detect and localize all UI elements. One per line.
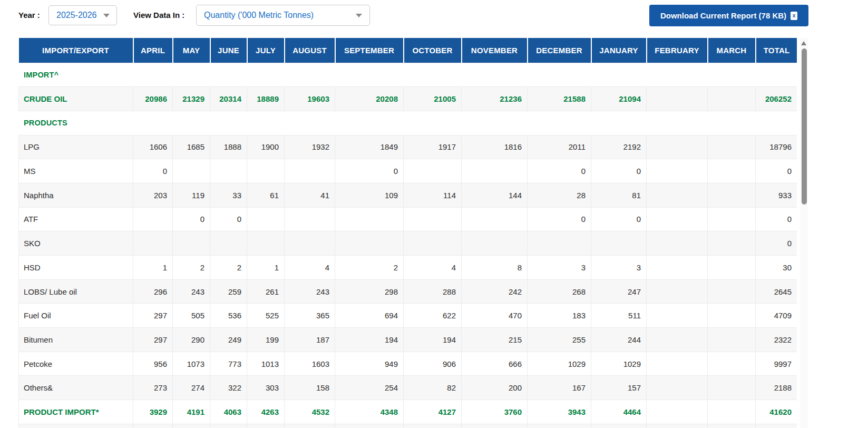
value-cell: 2011 [528,135,591,159]
value-cell [647,376,708,400]
value-cell [335,207,404,231]
year-select[interactable]: 2025-2026 [48,5,117,25]
value-cell [647,304,708,328]
value-cell: 0 [591,207,647,231]
value-cell: 144 [462,183,528,207]
value-cell: 254 [335,376,404,400]
value-cell: 255 [528,328,591,352]
row-label: MS [19,159,133,183]
scrollbar-up-arrow-icon[interactable] [801,41,806,45]
value-cell: 268 [528,279,591,304]
value-cell [210,424,247,428]
value-cell: 243 [285,279,335,304]
value-cell: 19603 [285,87,335,111]
value-cell [173,159,210,183]
value-cell: 470 [462,304,528,328]
value-cell: 2645 [756,279,797,304]
view-data-in-select[interactable]: Quantity ('000 Metric Tonnes) [196,5,370,26]
value-cell: 273 [133,376,173,400]
value-cell: 206252 [756,87,797,111]
value-cell: 20208 [335,87,404,111]
row-label [19,424,133,428]
value-cell: 158 [285,376,335,400]
value-cell: 0 [528,159,591,183]
value-cell [647,87,708,111]
value-cell: 2322 [756,328,797,352]
download-report-label: Download Current Report (78 KB) [660,11,786,20]
value-cell [708,279,756,304]
scrollbar-thumb[interactable] [802,48,807,205]
report-table-container: IMPORT/EXPORTAPRILMAYJUNEJULYAUGUSTSEPTE… [18,38,797,428]
column-header: TOTAL [756,38,797,63]
value-cell: 1685 [173,135,210,159]
value-cell: 949 [335,352,404,376]
table-header-row: IMPORT/EXPORTAPRILMAYJUNEJULYAUGUSTSEPTE… [19,38,797,63]
value-cell: 4263 [247,400,285,424]
value-cell: 956 [133,352,173,376]
value-cell: 933 [756,183,797,207]
value-cell [285,207,335,231]
value-cell: 0 [133,159,173,183]
view-data-in-select-value: Quantity ('000 Metric Tonnes) [204,11,349,20]
value-cell: 1029 [528,352,591,376]
value-cell: 1932 [285,135,335,159]
report-table-body: IMPORT^CRUDE OIL209862132920314188891960… [19,63,797,428]
value-cell: 1816 [462,135,528,159]
value-cell: 30 [756,256,797,280]
value-cell: 2 [210,256,247,280]
value-cell [708,183,756,207]
value-cell: 215 [462,328,528,352]
value-cell [708,159,756,183]
table-row: Bitumen297290249199187194194215255244232… [19,328,797,352]
value-cell: 194 [335,328,404,352]
value-cell [462,207,528,231]
value-cell [528,424,591,428]
value-cell [133,207,173,231]
table-row: LPG1606168518881900193218491917181620112… [19,135,797,159]
value-cell [708,328,756,352]
row-label: SKO [19,231,133,256]
value-cell: 109 [335,183,404,207]
table-row: SKO0 [19,231,797,256]
value-cell [647,231,708,256]
value-cell: 9997 [756,352,797,376]
table-row: Naphtha2031193361411091141442881933 [19,183,797,207]
value-cell [647,424,708,428]
value-cell: 4127 [404,400,462,424]
value-cell: 167 [528,376,591,400]
row-label: Naphtha [19,183,133,207]
value-cell: 3760 [462,400,528,424]
value-cell: 21005 [404,87,462,111]
table-row: LOBS/ Lube oil29624325926124329828824226… [19,279,797,304]
value-cell: 1917 [404,135,462,159]
value-cell [647,183,708,207]
vertical-scrollbar[interactable] [800,38,808,428]
table-row: MS00000 [19,159,797,183]
column-header: MARCH [708,38,756,63]
value-cell: 20986 [133,87,173,111]
value-cell: 1900 [247,135,285,159]
section-label: PRODUCTS [19,111,797,135]
value-cell: 0 [756,231,797,256]
value-cell: 1073 [173,352,210,376]
value-cell: 525 [247,304,285,328]
value-cell [591,424,647,428]
value-cell: 0 [756,159,797,183]
value-cell: 4191 [173,400,210,424]
value-cell: 21094 [591,87,647,111]
value-cell: 3 [591,256,647,280]
value-cell: 4532 [285,400,335,424]
value-cell: 2 [173,256,210,280]
value-cell [247,424,285,428]
value-cell [173,424,210,428]
value-cell: 0 [756,207,797,231]
value-cell [708,256,756,280]
table-row: Others&273274322303158254822001671572188 [19,376,797,400]
download-report-button[interactable]: Download Current Report (78 KB) x [649,5,808,26]
value-cell: 3929 [133,400,173,424]
value-cell [133,231,173,256]
row-label: PRODUCT IMPORT* [19,400,133,424]
value-cell [404,207,462,231]
value-cell: 114 [404,183,462,207]
value-cell: 4348 [335,400,404,424]
